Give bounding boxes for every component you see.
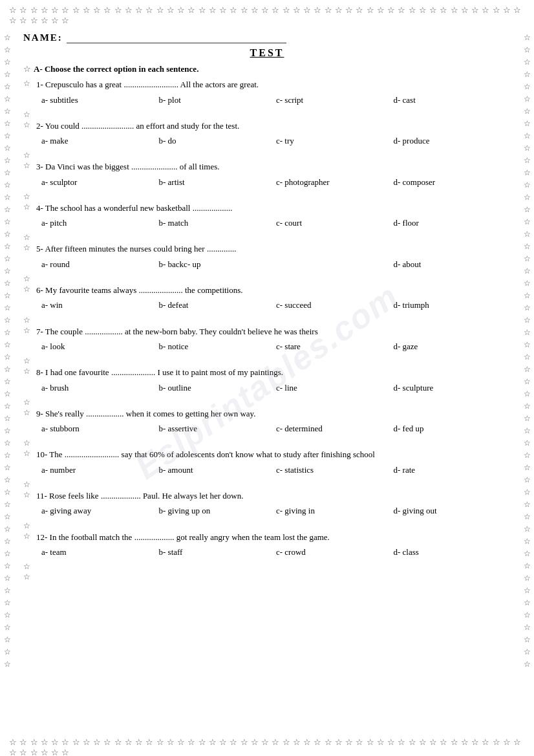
q2-text: 2- You could ......................... a…	[36, 120, 511, 133]
star-divider-13: ☆	[23, 572, 511, 582]
bottom-stars: ☆ ☆ ☆ ☆ ☆ ☆ ☆ ☆ ☆ ☆ ☆ ☆ ☆ ☆ ☆ ☆ ☆ ☆ ☆ ☆ …	[5, 735, 529, 756]
star-divider-3: ☆	[23, 191, 511, 202]
left-star-column: ☆☆☆☆☆☆☆☆☆☆☆☆☆☆☆☆☆☆☆☆☆☆☆☆☆☆☆☆☆☆☆☆☆☆☆☆☆☆☆☆…	[0, 29, 14, 734]
q9-options: a- stubborn b- assertive c- determined d…	[36, 422, 511, 436]
q3-opt-a: a- sculptor	[41, 175, 159, 189]
question-2: ☆ 2- You could .........................…	[23, 120, 511, 151]
star-divider-7: ☆	[23, 356, 511, 366]
question-11: ☆ 11- Rose feels like ..................…	[23, 490, 511, 521]
q7-opt-c: c- stare	[276, 340, 394, 354]
star-divider-12: ☆	[23, 561, 511, 572]
star-divider-11: ☆	[23, 521, 511, 531]
q8-opt-c: c- line	[276, 381, 394, 395]
right-star-column: ☆☆☆☆☆☆☆☆☆☆☆☆☆☆☆☆☆☆☆☆☆☆☆☆☆☆☆☆☆☆☆☆☆☆☆☆☆☆☆☆…	[520, 29, 534, 734]
page-title: TEST	[23, 47, 511, 59]
q8-opt-d: d- sculpture	[394, 381, 511, 395]
q6-text: 6- My favourite teams always ...........…	[36, 284, 511, 297]
star-divider-9: ☆	[23, 438, 511, 448]
question-7: ☆ 7- The couple .................. at th…	[23, 325, 511, 356]
q9-text: 9- She's really .................. when …	[36, 407, 511, 420]
q3-opt-b: b- artist	[159, 175, 277, 189]
top-star-border: ☆ ☆ ☆ ☆ ☆ ☆ ☆ ☆ ☆ ☆ ☆ ☆ ☆ ☆ ☆ ☆ ☆ ☆ ☆ ☆ …	[0, 0, 534, 29]
q8-text: 8- I had one favourite .................…	[36, 366, 511, 379]
q10-options: a- number b- amount c- statistics d- rat…	[36, 463, 511, 477]
q12-opt-d: d- class	[394, 545, 511, 559]
q11-options: a- giving away b- giving up on c- giving…	[36, 504, 511, 518]
q10-opt-b: b- amount	[159, 463, 277, 477]
q11-opt-a: a- giving away	[41, 504, 159, 518]
q9-opt-d: d- fed up	[394, 422, 511, 436]
q7-opt-d: d- gaze	[394, 340, 511, 354]
q2-opt-b: b- do	[159, 134, 277, 148]
q4-opt-d: d- floor	[394, 216, 511, 230]
main-content: NAME: TEST ☆A- Choose the correct option…	[14, 29, 520, 734]
q8-options: a- brush b- outline c- line d- sculpture	[36, 381, 511, 395]
q5-opt-c	[276, 257, 394, 272]
star-divider-4: ☆	[23, 232, 511, 243]
q3-text: 3- Da Vinci was the biggest ............…	[36, 160, 511, 173]
q5-text: 5- After fifteen minutes the nurses coul…	[36, 243, 511, 255]
q10-opt-a: a- number	[41, 463, 159, 477]
bottom-star-border: ☆ ☆ ☆ ☆ ☆ ☆ ☆ ☆ ☆ ☆ ☆ ☆ ☆ ☆ ☆ ☆ ☆ ☆ ☆ ☆ …	[0, 734, 534, 756]
q1-opt-c: c- script	[276, 93, 394, 107]
q4-opt-b: b- match	[159, 216, 277, 230]
question-4: ☆ 4- The school has a wonderful new bask…	[23, 202, 511, 233]
q4-options: a- pitch b- match c- court d- floor	[36, 216, 511, 230]
q12-opt-c: c- crowd	[276, 545, 394, 559]
question-3: ☆ 3- Da Vinci was the biggest ..........…	[23, 160, 511, 191]
star-divider-6: ☆	[23, 315, 511, 325]
question-6: ☆ 6- My favourite teams always .........…	[23, 284, 511, 315]
questions-container: ☆ 1- Crepusculo has a great ............…	[23, 78, 511, 582]
q12-opt-b: b- staff	[159, 545, 277, 559]
name-label: NAME:	[23, 32, 63, 43]
q9-opt-c: c- determined	[276, 422, 394, 436]
name-input-line[interactable]	[67, 32, 286, 43]
q7-options: a- look b- notice c- stare d- gaze	[36, 340, 511, 354]
star-divider-8: ☆	[23, 397, 511, 407]
q11-opt-d: d- giving out	[394, 504, 511, 518]
q10-opt-d: d- rate	[394, 463, 511, 477]
q1-options: a- subtitles b- plot c- script d- cast	[36, 93, 511, 107]
q4-text: 4- The school has a wonderful new basket…	[36, 202, 511, 215]
q1-opt-a: a- subtitles	[41, 93, 159, 107]
question-1: ☆ 1- Crepusculo has a great ............…	[23, 78, 511, 109]
question-9: ☆ 9- She's really .................. whe…	[23, 407, 511, 438]
q12-options: a- team b- staff c- crowd d- class	[36, 545, 511, 559]
q5-opt-a: a- round	[41, 257, 159, 272]
q11-opt-b: b- giving up on	[159, 504, 277, 518]
q2-options: a- make b- do c- try d- produce	[36, 134, 511, 148]
q3-opt-c: c- photographer	[276, 175, 394, 189]
q7-text: 7- The couple .................. at the …	[36, 325, 511, 338]
q6-opt-b: b- defeat	[159, 298, 277, 312]
q6-opt-a: a- win	[41, 298, 159, 312]
q10-opt-c: c- statistics	[276, 463, 394, 477]
q11-text: 11- Rose feels like ................... …	[36, 490, 511, 502]
name-row: NAME:	[23, 29, 511, 43]
question-5: ☆ 5- After fifteen minutes the nurses co…	[23, 243, 511, 274]
q6-opt-c: c- succeed	[276, 298, 394, 312]
q12-text: 12- In the football match the ..........…	[36, 531, 511, 544]
section-a-header: ☆A- Choose the correct option in each se…	[23, 64, 511, 74]
star-divider-1: ☆	[23, 109, 511, 120]
star-divider-10: ☆	[23, 479, 511, 490]
q5-opt-b: b- backc- up	[159, 257, 277, 272]
q6-options: a- win b- defeat c- succeed d- triumph	[36, 298, 511, 312]
q8-opt-b: b- outline	[159, 381, 277, 395]
q6-opt-d: d- triumph	[394, 298, 511, 312]
q9-opt-b: b- assertive	[159, 422, 277, 436]
q1-text: 1- Crepusculo has a great ..............…	[36, 78, 511, 91]
page: Eslprintables.com ☆ ☆ ☆ ☆ ☆ ☆ ☆ ☆ ☆ ☆ ☆ …	[0, 0, 534, 756]
question-8: ☆ 8- I had one favourite ...............…	[23, 366, 511, 397]
q7-opt-b: b- notice	[159, 340, 277, 354]
q3-opt-d: d- composer	[394, 175, 511, 189]
q11-opt-c: c- giving in	[276, 504, 394, 518]
q2-opt-a: a- make	[41, 134, 159, 148]
q5-options: a- round b- backc- up d- about	[36, 257, 511, 272]
star-divider-5: ☆	[23, 274, 511, 284]
q1-opt-d: d- cast	[394, 93, 511, 107]
question-10: ☆ 10- The .......................... say…	[23, 448, 511, 479]
top-stars: ☆ ☆ ☆ ☆ ☆ ☆ ☆ ☆ ☆ ☆ ☆ ☆ ☆ ☆ ☆ ☆ ☆ ☆ ☆ ☆ …	[5, 3, 529, 28]
q1-opt-b: b- plot	[159, 93, 277, 107]
q4-opt-c: c- court	[276, 216, 394, 230]
q5-opt-d: d- about	[394, 257, 511, 272]
